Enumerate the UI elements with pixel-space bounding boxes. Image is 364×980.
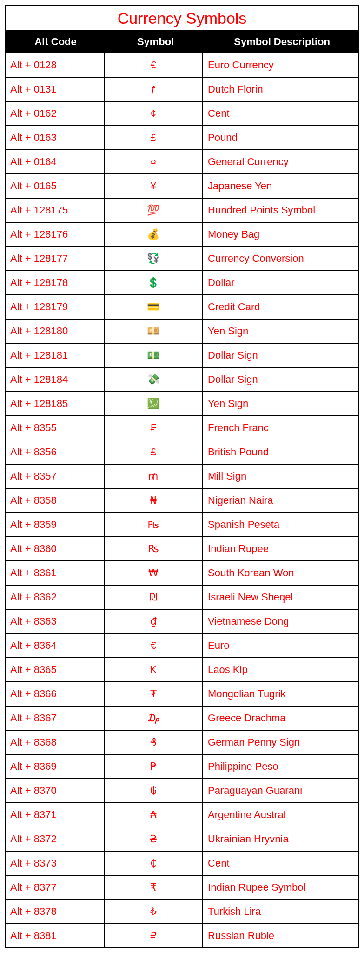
table-row: Alt + 8370₲Paraguayan Guarani: [6, 778, 358, 802]
cell-description: Dollar Sign: [203, 344, 358, 367]
cell-alt-code: Alt + 128177: [6, 247, 105, 270]
cell-description: Mongolian Tugrik: [203, 682, 358, 706]
cell-description: Cent: [203, 852, 358, 875]
cell-symbol: ¢: [105, 102, 204, 125]
table-row: Alt + 8355₣French Franc: [6, 415, 358, 440]
cell-symbol: ₴: [105, 827, 204, 851]
cell-alt-code: Alt + 8370: [6, 779, 105, 802]
table-title: Currency Symbols: [6, 6, 358, 31]
table-row: Alt + 8377₹Indian Rupee Symbol: [6, 875, 358, 899]
cell-symbol: ₵: [105, 852, 204, 875]
table-row: Alt + 8367₯Greece Drachma: [6, 706, 358, 730]
cell-alt-code: Alt + 128176: [6, 223, 105, 246]
cell-symbol: ₺: [105, 900, 204, 923]
cell-alt-code: Alt + 128181: [6, 344, 105, 367]
table-row: Alt + 8359₧Spanish Peseta: [6, 512, 358, 536]
cell-alt-code: Alt + 8359: [6, 513, 105, 536]
cell-alt-code: Alt + 128179: [6, 295, 105, 319]
cell-description: Currency Conversion: [203, 247, 358, 270]
cell-description: Ukrainian Hryvnia: [203, 827, 358, 851]
cell-alt-code: Alt + 8364: [6, 634, 105, 657]
cell-alt-code: Alt + 0164: [6, 150, 105, 173]
cell-alt-code: Alt + 0128: [6, 53, 105, 77]
cell-symbol: €: [105, 53, 204, 77]
cell-symbol: ₳: [105, 803, 204, 827]
cell-alt-code: Alt + 8365: [6, 658, 105, 681]
cell-symbol: ¤: [105, 150, 204, 173]
table-row: Alt + 8358₦Nigerian Naira: [6, 488, 358, 512]
cell-alt-code: Alt + 8366: [6, 682, 105, 706]
table-header: Alt Code Symbol Symbol Description: [6, 31, 358, 53]
cell-alt-code: Alt + 0165: [6, 174, 105, 198]
table-row: Alt + 0165¥Japanese Yen: [6, 173, 358, 198]
cell-symbol: ₥: [105, 465, 204, 488]
table-row: Alt + 128175💯Hundred Points Symbol: [6, 198, 358, 222]
currency-table: Currency Symbols Alt Code Symbol Symbol …: [5, 5, 359, 948]
cell-symbol: €: [105, 634, 204, 657]
cell-alt-code: Alt + 128185: [6, 392, 105, 415]
cell-symbol: ₪: [105, 586, 204, 609]
table-row: Alt + 128180💴Yen Sign: [6, 319, 358, 343]
cell-description: Turkish Lira: [203, 900, 358, 923]
table-row: Alt + 8365₭Laos Kip: [6, 657, 358, 681]
cell-alt-code: Alt + 8373: [6, 852, 105, 875]
cell-symbol: ₲: [105, 779, 204, 802]
cell-description: Mill Sign: [203, 465, 358, 488]
cell-symbol: ₭: [105, 658, 204, 681]
cell-symbol: ¥: [105, 174, 204, 198]
cell-alt-code: Alt + 8377: [6, 876, 105, 899]
cell-alt-code: Alt + 8378: [6, 900, 105, 923]
table-row: Alt + 8368₰German Penny Sign: [6, 730, 358, 754]
cell-description: Cent: [203, 102, 358, 125]
cell-description: Russian Ruble: [203, 924, 358, 947]
cell-symbol: ₫: [105, 610, 204, 633]
cell-symbol: 💳: [105, 295, 204, 319]
cell-description: Dollar Sign: [203, 368, 358, 391]
cell-symbol: ₮: [105, 682, 204, 706]
header-symbol: Symbol: [106, 31, 205, 53]
table-row: Alt + 128181💵Dollar Sign: [6, 343, 358, 367]
table-row: Alt + 0162¢Cent: [6, 101, 358, 125]
table-row: Alt + 8360₨Indian Rupee: [6, 536, 358, 560]
table-row: Alt + 8366₮Mongolian Tugrik: [6, 681, 358, 706]
cell-description: German Penny Sign: [203, 731, 358, 754]
cell-description: Hundred Points Symbol: [203, 199, 358, 222]
cell-alt-code: Alt + 8371: [6, 803, 105, 827]
table-row: Alt + 0163£Pound: [6, 125, 358, 149]
cell-description: Spanish Peseta: [203, 513, 358, 536]
table-row: Alt + 8378₺Turkish Lira: [6, 899, 358, 923]
cell-symbol: £: [105, 126, 204, 149]
table-row: Alt + 0131ƒDutch Florin: [6, 77, 358, 101]
cell-alt-code: Alt + 8362: [6, 586, 105, 609]
cell-symbol: 💱: [105, 247, 204, 270]
table-row: Alt + 8372₴Ukrainian Hryvnia: [6, 827, 358, 851]
cell-alt-code: Alt + 8361: [6, 561, 105, 585]
table-row: Alt + 8381₽Russian Ruble: [6, 923, 358, 947]
cell-description: Euro: [203, 634, 358, 657]
cell-alt-code: Alt + 8355: [6, 416, 105, 440]
table-row: Alt + 8364€Euro: [6, 633, 358, 657]
cell-symbol: ₤: [105, 440, 204, 464]
cell-alt-code: Alt + 0163: [6, 126, 105, 149]
cell-alt-code: Alt + 8372: [6, 827, 105, 851]
cell-symbol: 💵: [105, 344, 204, 367]
cell-alt-code: Alt + 8360: [6, 537, 105, 560]
table-row: Alt + 128185💹Yen Sign: [6, 391, 358, 415]
cell-description: Yen Sign: [203, 320, 358, 343]
cell-alt-code: Alt + 8367: [6, 707, 105, 730]
cell-description: Euro Currency: [203, 53, 358, 77]
cell-alt-code: Alt + 8357: [6, 465, 105, 488]
cell-alt-code: Alt + 8363: [6, 610, 105, 633]
table-row: Alt + 8361₩South Korean Won: [6, 560, 358, 585]
table-row: Alt + 8363₫Vietnamese Dong: [6, 609, 358, 633]
cell-symbol: ₽: [105, 924, 204, 947]
cell-symbol: 💯: [105, 199, 204, 222]
cell-symbol: ₧: [105, 513, 204, 536]
cell-symbol: ₱: [105, 755, 204, 778]
cell-alt-code: Alt + 8368: [6, 731, 105, 754]
cell-description: Indian Rupee Symbol: [203, 876, 358, 899]
table-row: Alt + 8371₳Argentine Austral: [6, 802, 358, 827]
cell-alt-code: Alt + 128180: [6, 320, 105, 343]
cell-symbol: ₣: [105, 416, 204, 440]
cell-description: Philippine Peso: [203, 755, 358, 778]
